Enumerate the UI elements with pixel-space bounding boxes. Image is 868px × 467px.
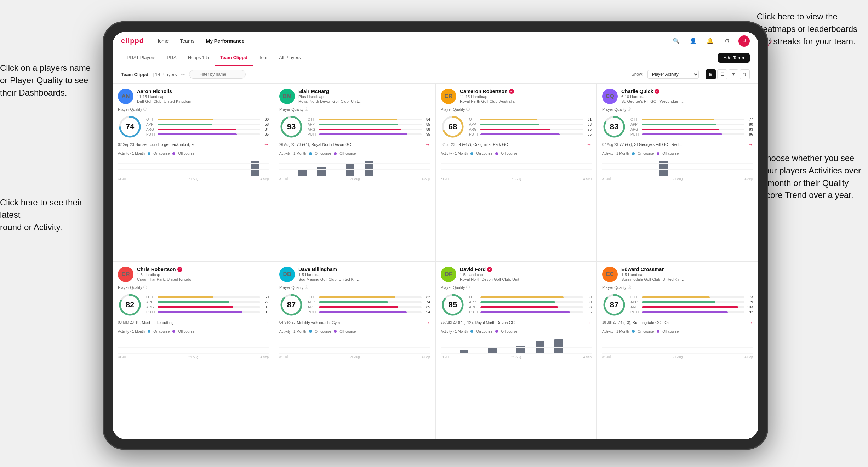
stat-bar-container	[642, 311, 744, 313]
nav-icons: 🔍 👤 🔔 ⚙ U	[670, 35, 750, 47]
stat-value: 82	[423, 295, 430, 299]
latest-round-date: 02 Jul 23	[441, 143, 455, 147]
stat-bar-container	[480, 301, 583, 303]
player-name[interactable]: Chris Robertson ✓	[137, 267, 269, 272]
activity-chart	[118, 157, 269, 176]
off-course-label: Off course	[501, 152, 517, 155]
stat-label: PUTT	[308, 132, 318, 136]
player-name[interactable]: Charlie Quick ✓	[621, 89, 753, 94]
quality-section[interactable]: 83 OTT 77 APP 80 ARG 83	[602, 115, 753, 139]
stat-value: 77	[746, 118, 753, 121]
stat-row: ARG 83	[630, 127, 753, 131]
edit-icon[interactable]: ✏	[181, 72, 185, 77]
sub-nav-team-clippd[interactable]: Team Clippd	[215, 50, 253, 66]
show-select[interactable]: Player Activity Quality Score Trend	[647, 70, 699, 79]
player-handicap: Plus Handicap	[298, 95, 430, 99]
latest-round[interactable]: 04 Sep 23 Mobility with coach, Gym →	[279, 320, 430, 325]
nav-my-performance[interactable]: My Performance	[206, 37, 244, 45]
activity-header: Activity · 1 Month On course Off course	[602, 152, 753, 155]
stat-value: 85	[584, 132, 592, 136]
activity-section: Activity · 1 Month On course Off course …	[441, 152, 592, 181]
quality-section[interactable]: 93 OTT 84 APP 85 ARG 88	[279, 115, 430, 139]
nav-teams[interactable]: Teams	[180, 37, 194, 45]
stat-row: ARG 84	[146, 127, 269, 131]
stat-bar	[642, 124, 716, 125]
latest-round[interactable]: 26 Aug 23 73 (+1), Royal North Devon GC …	[279, 142, 430, 147]
activity-title: Activity · 1 Month	[279, 330, 306, 334]
search-icon-btn[interactable]: 🔍	[670, 35, 682, 47]
stat-bar-container	[642, 129, 744, 130]
round-arrow-icon: →	[264, 142, 269, 147]
player-card-header: CR Cameron Robertson ✓ 11-15 Handicap Ro…	[441, 89, 592, 104]
person-icon-btn[interactable]: 👤	[687, 35, 699, 47]
list-view-btn[interactable]: ☰	[717, 69, 727, 79]
stat-bar	[158, 296, 213, 298]
stat-value: 80	[584, 300, 592, 304]
player-name[interactable]: Dave Billingham	[298, 267, 430, 272]
quality-number: 87	[287, 300, 296, 309]
quality-section[interactable]: 87 OTT 82 APP 74 ARG 85	[279, 293, 430, 317]
off-course-label: Off course	[662, 152, 679, 155]
player-name[interactable]: David Ford ✓	[460, 267, 592, 272]
quality-section[interactable]: 87 OTT 73 APP 79 ARG 103	[602, 293, 753, 317]
chart-labels: 31 Jul 21 Aug 4 Sep	[602, 355, 753, 359]
notification-icon-btn[interactable]: 🔔	[704, 35, 716, 47]
off-course-dot	[334, 330, 337, 333]
stat-row: APP 80	[630, 123, 753, 126]
stat-row: OTT 82	[308, 295, 430, 299]
chart-label-mid: 21 Aug	[188, 355, 198, 359]
latest-round[interactable]: 02 Jul 23 59 (+17), Craigmillar Park GC …	[441, 142, 592, 147]
chart-labels: 31 Jul 21 Aug 4 Sep	[441, 177, 592, 181]
activity-annotation-text: Choose whether you see your players Acti…	[760, 153, 861, 200]
sub-nav-pgat[interactable]: PGAT Players	[121, 50, 161, 66]
nav-home[interactable]: Home	[155, 37, 169, 45]
quality-stats: OTT 73 APP 79 ARG 103 PUTT	[630, 295, 753, 314]
stat-bar-container	[480, 129, 583, 130]
stat-bar	[158, 124, 212, 125]
quality-section[interactable]: 74 OTT 60 APP 58 ARG 84	[118, 115, 269, 139]
stat-label: OTT	[630, 118, 640, 121]
sub-nav-pga[interactable]: PGA	[161, 50, 182, 66]
activity-title: Activity · 1 Month	[602, 330, 629, 334]
quality-label: Player Quality ⓘ	[279, 107, 430, 112]
player-name[interactable]: Edward Crossman	[621, 267, 753, 272]
latest-round[interactable]: 18 Jul 23 74 (+3), Sunningdale GC - Old …	[602, 320, 753, 325]
grid-view-btn[interactable]: ⊞	[706, 69, 716, 79]
quality-label: Player Quality ⓘ	[118, 285, 269, 290]
quality-number: 68	[449, 122, 457, 131]
sub-nav-all-players[interactable]: All Players	[273, 50, 306, 66]
stat-label: APP	[630, 300, 640, 304]
player-avatar: DB	[279, 267, 295, 282]
player-card-header: DF David Ford ✓ 1-5 Handicap Royal North…	[441, 267, 592, 282]
stat-bar	[158, 129, 236, 130]
quality-section[interactable]: 85 OTT 89 APP 80 ARG 83	[441, 293, 592, 317]
off-course-label: Off course	[178, 330, 194, 334]
on-course-dot	[470, 330, 473, 333]
quality-section[interactable]: 68 OTT 61 APP 63 ARG 75	[441, 115, 592, 139]
filter-input[interactable]	[189, 70, 246, 79]
sub-nav-tour[interactable]: Tour	[253, 50, 273, 66]
filter-view-btn[interactable]: ▼	[729, 69, 738, 79]
latest-round[interactable]: 02 Sep 23 Sunset round to get back into …	[118, 142, 269, 147]
add-team-button[interactable]: Add Team	[718, 53, 750, 63]
player-name[interactable]: Cameron Robertson ✓	[460, 89, 592, 94]
stat-row: OTT 73	[630, 295, 753, 299]
nav-avatar[interactable]: U	[738, 35, 750, 47]
player-name[interactable]: Aaron Nicholls	[137, 89, 269, 94]
chart-label-end: 4 Sep	[422, 177, 430, 181]
activity-chart	[602, 157, 753, 176]
sub-nav-hcaps[interactable]: Hcaps 1-5	[182, 50, 215, 66]
sort-view-btn[interactable]: ⇅	[740, 69, 750, 79]
quality-section[interactable]: 82 OTT 60 APP 77 ARG 81	[118, 293, 269, 317]
chart-bar	[488, 348, 497, 354]
latest-round[interactable]: 26 Aug 23 84 (+12), Royal North Devon GC…	[441, 320, 592, 325]
player-name[interactable]: Blair McHarg	[298, 89, 430, 94]
player-handicap: 1-5 Handicap	[137, 273, 269, 277]
settings-icon-btn[interactable]: ⚙	[721, 35, 733, 47]
stat-bar	[642, 306, 738, 308]
latest-round[interactable]: 03 Mar 23 19, Must make putting →	[118, 320, 269, 325]
latest-round[interactable]: 07 Aug 23 77 (+7), St George's Hill GC -…	[602, 142, 753, 147]
stat-bar-container	[642, 119, 744, 120]
player-avatar: EC	[602, 267, 618, 282]
chart-labels: 31 Jul 21 Aug 4 Sep	[602, 177, 753, 181]
